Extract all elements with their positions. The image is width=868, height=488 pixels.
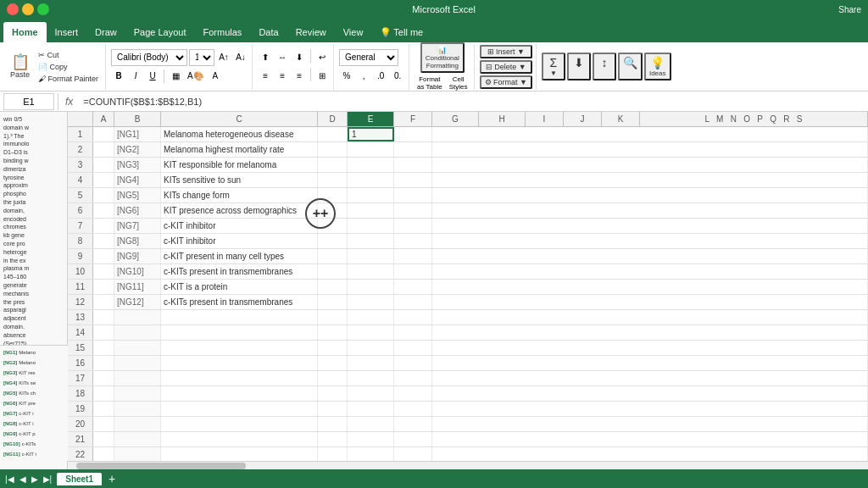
cell-a8[interactable] xyxy=(93,234,114,248)
cell-d13[interactable] xyxy=(318,310,348,324)
align-right-button[interactable]: ≡ xyxy=(292,68,307,85)
align-middle-button[interactable]: ↔ xyxy=(275,49,290,66)
number-format-select[interactable]: General xyxy=(339,49,398,66)
cell-e12[interactable] xyxy=(348,295,394,309)
cell-rest13[interactable] xyxy=(432,310,868,324)
cell-e17[interactable] xyxy=(348,371,394,385)
cell-d16[interactable] xyxy=(318,356,348,370)
cell-rest7[interactable] xyxy=(432,219,868,233)
cell-e18[interactable] xyxy=(348,386,394,401)
cell-e1[interactable]: 1 xyxy=(348,127,394,141)
fill-color-button[interactable]: A🎨 xyxy=(185,68,206,85)
cell-d2[interactable] xyxy=(318,142,348,157)
col-header-b[interactable]: B xyxy=(114,112,161,126)
cell-e10[interactable] xyxy=(348,264,394,279)
format-button[interactable]: ⚙ Format ▼ xyxy=(480,75,532,89)
cell-b11[interactable]: [NG11] xyxy=(114,280,161,294)
add-sheet-button[interactable]: + xyxy=(105,472,119,485)
cell-d14[interactable] xyxy=(318,325,348,340)
cell-rest11[interactable] xyxy=(432,280,868,294)
cell-rest9[interactable] xyxy=(432,249,868,263)
cell-f12[interactable] xyxy=(394,295,432,309)
cell-a5[interactable] xyxy=(93,188,114,202)
share-button[interactable]: Share xyxy=(838,5,861,14)
cell-rest19[interactable] xyxy=(432,402,868,416)
col-header-rest[interactable]: L M N O P Q R S xyxy=(640,112,868,126)
cell-d4[interactable] xyxy=(318,173,348,187)
format-painter-button[interactable]: 🖌 Format Painter xyxy=(35,74,102,84)
insert-button[interactable]: ⊞ Insert ▼ xyxy=(480,45,532,58)
cell-e2[interactable] xyxy=(348,142,394,157)
cell-d6[interactable] xyxy=(318,203,348,218)
cell-c3[interactable]: KIT responsible for melanoma xyxy=(161,158,318,172)
cell-b18[interactable] xyxy=(114,386,161,401)
col-header-g[interactable]: G xyxy=(432,112,479,126)
align-top-button[interactable]: ⬆ xyxy=(258,49,273,66)
cell-e3[interactable] xyxy=(348,158,394,172)
cell-f6[interactable] xyxy=(394,203,432,218)
cell-b12[interactable]: [NG12] xyxy=(114,295,161,309)
cell-f15[interactable] xyxy=(394,341,432,355)
table-row[interactable]: 14 xyxy=(68,325,868,341)
cell-c4[interactable]: KITs sensitive to sun xyxy=(161,173,318,187)
cell-rest4[interactable] xyxy=(432,173,868,187)
cell-a12[interactable] xyxy=(93,295,114,309)
cell-c13[interactable] xyxy=(161,310,318,324)
table-row[interactable]: 19 xyxy=(68,402,868,417)
cell-f8[interactable] xyxy=(394,234,432,248)
cell-a7[interactable] xyxy=(93,219,114,233)
cell-d21[interactable] xyxy=(318,432,348,446)
delete-button[interactable]: ⊟ Delete ▼ xyxy=(480,60,532,74)
table-row[interactable]: 13 xyxy=(68,310,868,325)
cell-b5[interactable]: [NG5] xyxy=(114,188,161,202)
cell-f22[interactable] xyxy=(394,447,432,462)
col-header-i[interactable]: I xyxy=(526,112,564,126)
tab-data[interactable]: Data xyxy=(250,22,287,42)
cell-rest3[interactable] xyxy=(432,158,868,172)
cell-b9[interactable]: [NG9] xyxy=(114,249,161,263)
table-row[interactable]: 1[NG1]Melanoma heterogeneous disease1 xyxy=(68,127,868,142)
cell-d10[interactable] xyxy=(318,264,348,279)
cell-f20[interactable] xyxy=(394,417,432,431)
cell-a16[interactable] xyxy=(93,356,114,370)
cell-b4[interactable]: [NG4] xyxy=(114,173,161,187)
cell-b22[interactable] xyxy=(114,447,161,462)
cell-rest22[interactable] xyxy=(432,447,868,462)
find-select-button[interactable]: 🔍 xyxy=(618,53,643,80)
cell-c16[interactable] xyxy=(161,356,318,370)
align-center-button[interactable]: ≡ xyxy=(275,68,290,85)
horizontal-scrollbar[interactable] xyxy=(68,461,868,469)
comma-button[interactable]: , xyxy=(356,68,371,85)
col-header-j[interactable]: J xyxy=(564,112,602,126)
cell-a22[interactable] xyxy=(93,447,114,462)
cell-b8[interactable]: [NG8] xyxy=(114,234,161,248)
cell-e21[interactable] xyxy=(348,432,394,446)
cell-f2[interactable] xyxy=(394,142,432,157)
merge-button[interactable]: ⊞ xyxy=(314,68,330,85)
cell-d1[interactable] xyxy=(318,127,348,141)
fill-button[interactable]: ⬇ xyxy=(567,53,591,80)
cell-rest21[interactable] xyxy=(432,432,868,446)
table-row[interactable]: 2[NG2]Melanoma highest mortality rate xyxy=(68,142,868,158)
cell-c9[interactable]: c-KIT present in many cell types xyxy=(161,249,318,263)
cell-b13[interactable] xyxy=(114,310,161,324)
cell-c7[interactable]: c-KIT inhibitor xyxy=(161,219,318,233)
cell-a1[interactable] xyxy=(93,127,114,141)
cell-c11[interactable]: c-KIT is a protein xyxy=(161,280,318,294)
col-header-d[interactable]: D xyxy=(318,112,348,126)
cell-e9[interactable] xyxy=(348,249,394,263)
cell-a14[interactable] xyxy=(93,325,114,340)
table-row[interactable]: 8[NG8]c-KIT inhibitor xyxy=(68,234,868,249)
cell-a13[interactable] xyxy=(93,310,114,324)
cell-d9[interactable] xyxy=(318,249,348,263)
cell-e11[interactable] xyxy=(348,280,394,294)
cell-reference-input[interactable]: E1 xyxy=(3,93,54,110)
cell-rest14[interactable] xyxy=(432,325,868,340)
cell-rest15[interactable] xyxy=(432,341,868,355)
percent-button[interactable]: % xyxy=(339,68,354,85)
cell-f3[interactable] xyxy=(394,158,432,172)
last-sheet-button[interactable]: ▶| xyxy=(42,473,54,485)
increase-decimal-button[interactable]: .0 xyxy=(373,68,388,85)
cell-b17[interactable] xyxy=(114,371,161,385)
cell-c19[interactable] xyxy=(161,402,318,416)
